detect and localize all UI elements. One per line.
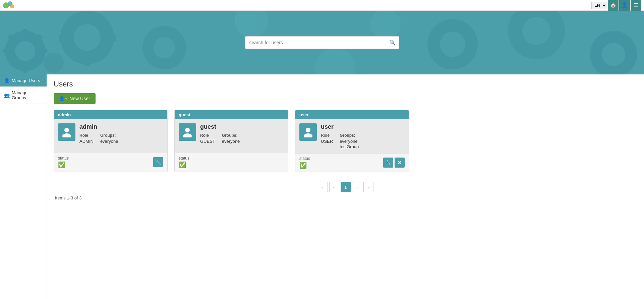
svg-point-27 [522, 17, 550, 45]
main-layout: 👤 Manage Users 👥 Manage Groups Users 👤+ … [0, 74, 644, 299]
card-footer-user: status ✅ 🔧 ✖ [295, 153, 409, 172]
user-meta-user: Role USER Groups: everyonetestGroup [321, 133, 405, 149]
card-header-user: user [295, 110, 409, 119]
page-last-button[interactable]: » [363, 182, 373, 192]
svg-point-25 [440, 32, 465, 57]
card-body-admin: admin Role ADMIN Groups: everyone [54, 119, 167, 153]
role-value-guest: GUEST [200, 139, 215, 144]
card-body-user: user Role USER Groups: everyonetestGroup [295, 119, 409, 153]
user-meta-guest: Role GUEST Groups: everyone [200, 133, 284, 144]
avatar-guest [179, 123, 196, 141]
role-label-user: Role [321, 133, 333, 138]
user-card-guest: guest guest Role GUEST Grou [174, 110, 288, 172]
status-area-user: status ✅ [299, 156, 310, 169]
svg-rect-18 [59, 35, 67, 42]
sidebar-item-users-label: Manage Users [12, 78, 40, 83]
hamburger-menu-button[interactable]: ☰ [631, 0, 641, 11]
page-next-button[interactable]: › [352, 182, 362, 192]
navbar-right: EN IT 🏠 👤 ☰ [591, 0, 641, 11]
svg-point-35 [185, 128, 190, 132]
card-actions-user: 🔧 ✖ [383, 158, 405, 168]
user-name-guest: guest [200, 123, 284, 130]
page-title: Users [54, 80, 637, 88]
groups-icon: 👥 [4, 93, 10, 98]
svg-rect-8 [3, 49, 10, 53]
svg-rect-19 [107, 35, 116, 42]
groups-value-admin: everyone [100, 139, 118, 144]
delete-user-button-user[interactable]: ✖ [395, 158, 405, 168]
role-value-admin: ADMIN [79, 139, 94, 144]
avatar-admin [58, 123, 75, 141]
svg-point-34 [62, 133, 71, 137]
user-card-user: user user Role USER Groups: [295, 110, 409, 172]
status-icon-guest: ✅ [179, 161, 186, 169]
user-info-user: user Role USER Groups: everyonetestGroup [321, 123, 405, 149]
home-button[interactable]: 🏠 [608, 0, 619, 11]
user-profile-button[interactable]: 👤 [619, 0, 630, 11]
card-footer-guest: status ✅ [175, 153, 288, 171]
svg-point-29 [602, 43, 625, 66]
user-info-guest: guest Role GUEST Groups: everyone [200, 123, 284, 144]
search-icon: 🔍 [389, 40, 396, 46]
user-role-col-admin: Role ADMIN [79, 133, 94, 144]
status-area-admin: status ✅ [58, 156, 69, 169]
edit-user-button-admin[interactable]: 🔧 [153, 157, 163, 167]
groups-label-guest: Groups: [222, 133, 240, 138]
svg-point-33 [64, 128, 69, 132]
user-role-col-guest: Role GUEST [200, 133, 215, 144]
role-value-user: USER [321, 139, 333, 144]
navbar: EN IT 🏠 👤 ☰ [0, 0, 644, 11]
role-label-admin: Role [79, 133, 94, 138]
user-groups-col-user: Groups: everyonetestGroup [340, 133, 359, 149]
user-name-admin: admin [79, 123, 163, 130]
user-groups-col-admin: Groups: everyone [100, 133, 118, 144]
search-input[interactable] [245, 36, 399, 49]
svg-point-21 [154, 37, 175, 58]
card-header-guest: guest [175, 110, 288, 119]
svg-point-23 [44, 53, 64, 73]
svg-point-5 [15, 41, 35, 61]
svg-rect-7 [23, 66, 27, 73]
groups-value-guest: everyone [222, 139, 240, 144]
content-area: Users 👤+ New User admin admin R [47, 74, 644, 299]
hero-search: 🔍 [245, 36, 399, 49]
sidebar-item-manage-users[interactable]: 👤 Manage Users [0, 74, 47, 87]
pagination: « ‹ 1 › » [54, 182, 637, 192]
users-icon: 👤 [4, 78, 10, 83]
svg-point-37 [306, 128, 310, 132]
items-count: Items 1-3 of 3 [55, 195, 637, 200]
sidebar-item-manage-groups[interactable]: 👥 Manage Groups [0, 87, 47, 104]
svg-point-2 [10, 4, 14, 8]
new-user-label: New User [69, 96, 90, 101]
avatar-user [299, 123, 317, 141]
status-label-user: status [299, 156, 310, 161]
status-icon-admin: ✅ [58, 161, 65, 169]
sidebar-item-groups-label: Manage Groups [12, 90, 43, 100]
status-label-admin: status [58, 156, 69, 161]
role-label-guest: Role [200, 133, 215, 138]
card-body-guest: guest Role GUEST Groups: everyone [175, 119, 288, 153]
groups-label-user: Groups: [340, 133, 359, 138]
add-user-icon: 👤+ [59, 96, 67, 101]
language-select[interactable]: EN IT [591, 2, 607, 9]
groups-label-admin: Groups: [100, 133, 118, 138]
new-user-button[interactable]: 👤+ New User [54, 93, 96, 104]
user-name-user: user [321, 123, 405, 130]
edit-user-button-user[interactable]: 🔧 [383, 158, 393, 168]
svg-rect-9 [40, 49, 47, 53]
page-prev-button[interactable]: ‹ [329, 182, 339, 192]
groups-value-user: everyonetestGroup [340, 139, 359, 149]
card-actions-admin: 🔧 [153, 157, 163, 167]
svg-point-36 [183, 133, 192, 137]
card-header-admin: admin [54, 110, 167, 119]
sidebar: 👤 Manage Users 👥 Manage Groups [0, 74, 47, 299]
svg-rect-6 [23, 29, 27, 36]
page-current-button[interactable]: 1 [341, 182, 351, 192]
user-role-col-user: Role USER [321, 133, 333, 149]
status-icon-user: ✅ [299, 162, 307, 169]
page-first-button[interactable]: « [318, 182, 328, 192]
svg-point-38 [304, 133, 312, 137]
svg-rect-16 [84, 11, 91, 17]
user-groups-col-guest: Groups: everyone [222, 133, 240, 144]
card-footer-admin: status ✅ 🔧 [54, 153, 167, 171]
